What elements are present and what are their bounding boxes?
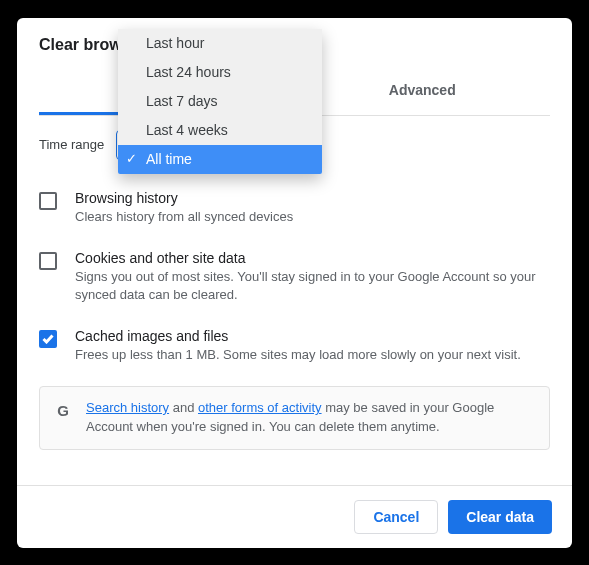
time-range-dropdown: Last hour Last 24 hours Last 7 days Last… [118, 29, 322, 174]
google-icon: G [54, 401, 72, 419]
search-history-link[interactable]: Search history [86, 400, 169, 415]
dropdown-item-last-7-days[interactable]: Last 7 days [118, 87, 322, 116]
option-desc: Signs you out of most sites. You'll stay… [75, 268, 550, 304]
checkbox-cached-images[interactable] [39, 330, 57, 348]
checkmark-icon [42, 334, 54, 344]
dropdown-item-all-time[interactable]: All time [118, 145, 322, 174]
option-title: Cached images and files [75, 328, 521, 344]
option-desc: Frees up less than 1 MB. Some sites may … [75, 346, 521, 364]
cancel-button[interactable]: Cancel [354, 500, 438, 534]
other-activity-link[interactable]: other forms of activity [198, 400, 322, 415]
clear-browsing-data-dialog: Clear browsing data Basic Advanced Time … [17, 18, 572, 548]
info-text: Search history and other forms of activi… [86, 399, 535, 437]
clear-data-button[interactable]: Clear data [448, 500, 552, 534]
option-desc: Clears history from all synced devices [75, 208, 293, 226]
time-range-label: Time range [39, 137, 104, 152]
option-title: Browsing history [75, 190, 293, 206]
dropdown-item-last-hour[interactable]: Last hour [118, 29, 322, 58]
checkbox-browsing-history[interactable] [39, 192, 57, 210]
dropdown-item-last-4-weeks[interactable]: Last 4 weeks [118, 116, 322, 145]
tab-advanced[interactable]: Advanced [295, 68, 551, 115]
info-box: G Search history and other forms of acti… [39, 386, 550, 450]
checkbox-cookies[interactable] [39, 252, 57, 270]
dropdown-item-last-24-hours[interactable]: Last 24 hours [118, 58, 322, 87]
option-title: Cookies and other site data [75, 250, 550, 266]
